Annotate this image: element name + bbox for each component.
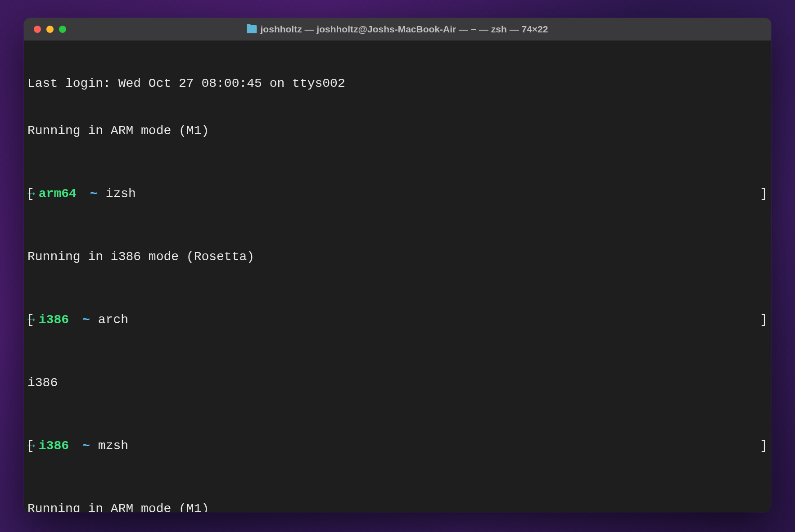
output-line: Last login: Wed Oct 27 08:00:45 on ttys0… <box>27 76 768 91</box>
maximize-button[interactable] <box>59 26 66 33</box>
bracket-close: ] <box>760 438 768 454</box>
window-title-text: joshholtz — joshholtz@Joshs-MacBook-Air … <box>261 24 548 35</box>
window-title: joshholtz — joshholtz@Joshs-MacBook-Air … <box>247 24 548 35</box>
arch-label: i386 <box>39 312 69 328</box>
folder-icon <box>247 25 257 33</box>
traffic-lights <box>34 26 66 33</box>
command-text: mzsh <box>98 438 128 454</box>
arch-label: i386 <box>39 438 69 454</box>
command-text: arch <box>98 312 128 328</box>
cwd-label: ~ <box>82 438 90 454</box>
minimize-button[interactable] <box>46 26 54 33</box>
cwd-label: ~ <box>90 186 98 202</box>
cwd-label: ~ <box>82 312 90 328</box>
bracket-open: [ <box>27 312 34 328</box>
prompt-line: [ → arm64 ~ izsh ] <box>27 186 768 202</box>
bracket-close: ] <box>760 186 768 202</box>
close-button[interactable] <box>34 26 41 33</box>
output-line: Running in ARM mode (M1) <box>27 123 768 139</box>
bracket-open: [ <box>27 186 34 202</box>
terminal-window: joshholtz — joshholtz@Joshs-MacBook-Air … <box>24 18 771 512</box>
prompt-line: [ → i386 ~ arch ] <box>27 312 768 328</box>
prompt-line: [ → i386 ~ mzsh ] <box>27 438 768 454</box>
title-bar[interactable]: joshholtz — joshholtz@Joshs-MacBook-Air … <box>24 18 771 41</box>
output-line: Running in i386 mode (Rosetta) <box>27 249 768 265</box>
command-text: izsh <box>106 186 136 202</box>
bracket-close: ] <box>760 312 768 328</box>
output-line: i386 <box>27 375 768 391</box>
bracket-open: [ <box>27 438 34 454</box>
terminal-body[interactable]: Last login: Wed Oct 27 08:00:45 on ttys0… <box>24 41 771 512</box>
output-line: Running in ARM mode (M1) <box>27 501 768 512</box>
arch-label: arm64 <box>39 186 77 202</box>
